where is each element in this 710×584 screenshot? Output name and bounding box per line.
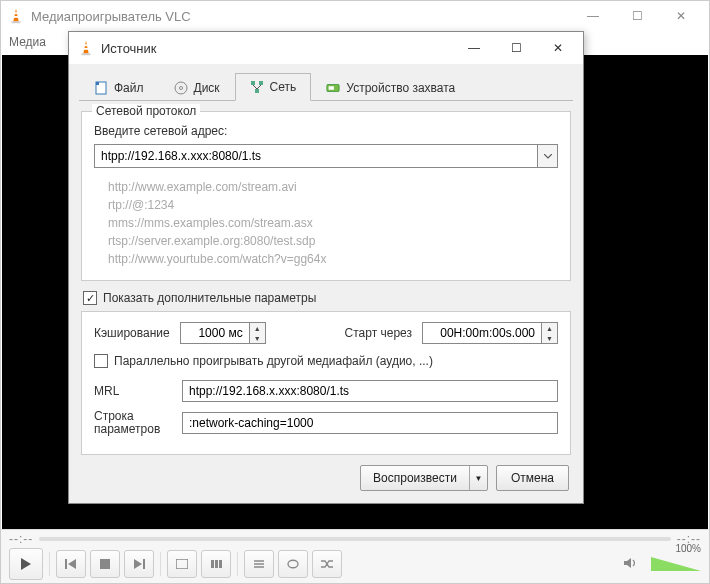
svg-marker-0 [13, 9, 18, 22]
parallel-play-checkbox[interactable] [94, 354, 108, 368]
prev-button[interactable] [56, 550, 86, 578]
tab-disc-label: Диск [194, 81, 220, 95]
svg-rect-19 [82, 53, 91, 55]
svg-rect-12 [215, 560, 218, 568]
svg-rect-32 [329, 86, 334, 90]
main-maximize-button[interactable]: ☐ [615, 2, 659, 30]
caching-down-icon[interactable]: ▼ [250, 333, 265, 343]
tab-network[interactable]: Сеть [235, 73, 312, 101]
svg-rect-11 [211, 560, 214, 568]
play-split-button[interactable]: Воспроизвести ▼ [360, 465, 488, 491]
svg-marker-18 [83, 41, 88, 54]
group-legend: Сетевой протокол [92, 104, 200, 118]
start-time-input[interactable] [422, 322, 542, 344]
volume-slider[interactable]: 100% [641, 555, 701, 573]
mute-icon[interactable] [623, 557, 637, 572]
params-input[interactable] [182, 412, 558, 434]
svg-rect-1 [12, 21, 21, 23]
dialog-titlebar: Источник — ☐ ✕ [69, 32, 583, 64]
params-label: Строка параметров [94, 410, 172, 436]
cancel-button[interactable]: Отмена [496, 465, 569, 491]
dialog-title: Источник [101, 41, 453, 56]
mrl-input[interactable] [182, 380, 558, 402]
svg-rect-9 [143, 559, 145, 569]
stop-button[interactable] [90, 550, 120, 578]
main-minimize-button[interactable]: — [571, 2, 615, 30]
caching-input[interactable] [180, 322, 250, 344]
svg-marker-17 [624, 558, 631, 568]
vlc-cone-icon [77, 39, 95, 57]
bottom-controls: --:-- --:-- [1, 529, 709, 583]
seek-slider[interactable] [39, 537, 670, 541]
menu-media[interactable]: Медиа [9, 35, 46, 49]
url-examples: http://www.example.com/stream.avi rtp://… [108, 178, 554, 268]
capture-icon [326, 81, 340, 95]
svg-rect-27 [259, 81, 263, 85]
show-advanced-checkbox[interactable] [83, 291, 97, 305]
tab-capture[interactable]: Устройство захвата [311, 73, 470, 101]
play-button[interactable] [9, 548, 43, 580]
advanced-panel: Кэширование ▲▼ Старт через ▲▼ Параллельн… [81, 311, 571, 455]
svg-point-25 [179, 86, 182, 89]
loop-button[interactable] [278, 550, 308, 578]
volume-percent: 100% [675, 543, 701, 554]
svg-rect-21 [84, 48, 88, 50]
time-elapsed: --:-- [9, 532, 33, 546]
svg-rect-20 [84, 44, 87, 46]
svg-marker-8 [134, 559, 142, 569]
svg-line-29 [253, 85, 257, 89]
network-protocol-group: Сетевой протокол Введите сетевой адрес: … [81, 111, 571, 281]
caching-spinner[interactable]: ▲▼ [180, 322, 266, 344]
svg-rect-7 [100, 559, 110, 569]
svg-rect-28 [255, 89, 259, 93]
shuffle-button[interactable] [312, 550, 342, 578]
mrl-label: MRL [94, 384, 172, 398]
svg-rect-13 [219, 560, 222, 568]
svg-rect-2 [14, 12, 17, 14]
main-titlebar: Медиапроигрыватель VLC — ☐ ✕ [1, 1, 709, 31]
play-dropdown-icon[interactable]: ▼ [469, 466, 487, 490]
network-icon [250, 80, 264, 94]
dialog-minimize-button[interactable]: — [453, 34, 495, 62]
network-url-input[interactable] [94, 144, 538, 168]
vlc-cone-icon [7, 7, 25, 25]
svg-marker-6 [68, 559, 76, 569]
svg-rect-26 [251, 81, 255, 85]
svg-rect-3 [14, 16, 18, 18]
start-time-label: Старт через [345, 326, 412, 340]
dialog-close-button[interactable]: ✕ [537, 34, 579, 62]
tab-file-label: Файл [114, 81, 144, 95]
svg-marker-23 [96, 82, 99, 85]
play-button-label[interactable]: Воспроизвести [361, 466, 469, 490]
start-time-spinner[interactable]: ▲▼ [422, 322, 558, 344]
caching-up-icon[interactable]: ▲ [250, 323, 265, 333]
start-up-icon[interactable]: ▲ [542, 323, 557, 333]
file-icon [94, 81, 108, 95]
cancel-button-label: Отмена [511, 471, 554, 485]
source-tabs: Файл Диск Сеть Устройство захвата [79, 72, 573, 101]
main-close-button[interactable]: ✕ [659, 2, 703, 30]
playlist-button[interactable] [244, 550, 274, 578]
svg-marker-4 [21, 558, 31, 570]
tab-disc[interactable]: Диск [159, 73, 235, 101]
dialog-maximize-button[interactable]: ☐ [495, 34, 537, 62]
url-dropdown-button[interactable] [538, 144, 558, 168]
disc-icon [174, 81, 188, 95]
start-down-icon[interactable]: ▼ [542, 333, 557, 343]
fullscreen-button[interactable] [167, 550, 197, 578]
tab-network-label: Сеть [270, 80, 297, 94]
caching-label: Кэширование [94, 326, 170, 340]
svg-rect-10 [176, 559, 188, 569]
svg-rect-5 [65, 559, 67, 569]
show-advanced-label: Показать дополнительные параметры [103, 291, 316, 305]
open-source-dialog: Источник — ☐ ✕ Файл Диск Сеть [68, 31, 584, 504]
next-button[interactable] [124, 550, 154, 578]
svg-line-30 [257, 85, 261, 89]
url-label: Введите сетевой адрес: [94, 124, 558, 138]
tab-capture-label: Устройство захвата [346, 81, 455, 95]
parallel-play-label: Параллельно проигрывать другой медиафайл… [114, 354, 433, 368]
tab-file[interactable]: Файл [79, 73, 159, 101]
extended-settings-button[interactable] [201, 550, 231, 578]
main-window-title: Медиапроигрыватель VLC [31, 9, 571, 24]
